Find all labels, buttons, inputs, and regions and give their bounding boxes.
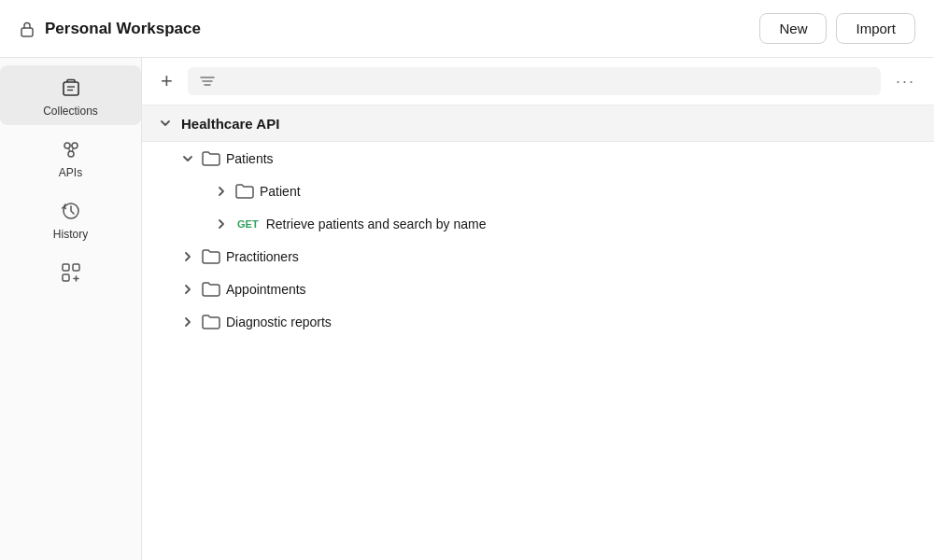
collection-chevron-icon xyxy=(157,115,174,132)
patient-subfolder: Patient GET Retrieve patients and search… xyxy=(172,175,934,240)
practitioners-folder-icon xyxy=(202,248,220,265)
svg-rect-1 xyxy=(64,82,78,95)
diagnostic-reports-folder-name: Diagnostic reports xyxy=(226,315,332,329)
patient-folder-icon xyxy=(235,183,254,200)
svg-point-6 xyxy=(68,151,74,157)
diagnostic-reports-chevron-icon xyxy=(179,314,196,330)
practitioners-folder-name: Practitioners xyxy=(226,249,299,264)
svg-rect-0 xyxy=(21,28,33,36)
sidebar-item-addons[interactable] xyxy=(0,250,141,293)
toolbar: + ··· xyxy=(142,58,934,105)
diagnostic-reports-folder-row[interactable]: Diagnostic reports xyxy=(179,306,927,338)
patient-folder-name: Patient xyxy=(260,184,301,199)
diagnostic-reports-folder: Diagnostic reports xyxy=(142,306,934,338)
appointments-folder-row[interactable]: Appointments xyxy=(179,273,927,305)
header: Personal Workspace New Import xyxy=(0,0,934,58)
patients-chevron-icon xyxy=(179,150,196,167)
practitioners-folder-row[interactable]: Practitioners xyxy=(179,241,927,273)
get-request-chevron-icon xyxy=(213,216,230,232)
sidebar-item-apis-label: APIs xyxy=(59,166,82,179)
apis-icon xyxy=(58,136,84,162)
sidebar-item-collections-label: Collections xyxy=(43,105,98,118)
lock-icon xyxy=(19,21,35,37)
patients-folder-name: Patients xyxy=(226,151,274,166)
filter-icon xyxy=(199,73,216,90)
svg-line-9 xyxy=(72,148,73,152)
appointments-folder: Appointments xyxy=(142,273,934,305)
addons-icon xyxy=(58,259,84,286)
collection-header[interactable]: Healthcare API xyxy=(142,105,934,142)
main: Collections APIs xyxy=(0,58,934,560)
content-area: + ··· Healthcare API xyxy=(142,58,934,560)
svg-rect-12 xyxy=(73,264,79,271)
import-button[interactable]: Import xyxy=(836,13,915,44)
more-button[interactable]: ··· xyxy=(890,70,921,93)
appointments-folder-name: Appointments xyxy=(226,282,306,297)
svg-rect-11 xyxy=(63,264,69,271)
collection-name: Healthcare API xyxy=(181,116,279,132)
appointments-chevron-icon xyxy=(179,281,196,298)
patients-folder-icon xyxy=(202,150,220,167)
svg-point-4 xyxy=(64,143,70,148)
practitioners-folder: Practitioners xyxy=(142,241,934,273)
patient-folder-row[interactable]: Patient xyxy=(213,175,927,207)
svg-rect-13 xyxy=(63,274,69,281)
new-button[interactable]: New xyxy=(759,13,827,44)
patients-folder: Patients Patient xyxy=(142,143,934,240)
sidebar: Collections APIs xyxy=(0,58,142,560)
svg-line-8 xyxy=(68,148,69,152)
get-method-badge: GET xyxy=(235,217,261,231)
add-button[interactable]: + xyxy=(155,69,178,93)
sidebar-item-history[interactable]: History xyxy=(0,189,141,248)
svg-point-5 xyxy=(72,143,78,148)
filter-bar[interactable] xyxy=(188,67,881,95)
sidebar-item-apis[interactable]: APIs xyxy=(0,127,141,187)
workspace-title: Personal Workspace xyxy=(45,20,201,38)
get-request-row[interactable]: GET Retrieve patients and search by name xyxy=(213,208,927,240)
sidebar-item-collections[interactable]: Collections xyxy=(0,65,141,125)
history-icon xyxy=(58,198,84,224)
appointments-folder-icon xyxy=(202,281,220,298)
header-buttons: New Import xyxy=(759,13,915,44)
diagnostic-reports-folder-icon xyxy=(202,314,220,330)
patient-chevron-icon xyxy=(213,183,230,200)
get-request-name: Retrieve patients and search by name xyxy=(266,217,487,231)
patients-folder-row[interactable]: Patients xyxy=(179,143,927,175)
practitioners-chevron-icon xyxy=(179,248,196,265)
sidebar-item-history-label: History xyxy=(53,228,88,241)
header-left: Personal Workspace xyxy=(19,20,201,38)
collection-tree: Healthcare API Patients xyxy=(142,105,934,338)
collections-icon xyxy=(58,75,84,101)
